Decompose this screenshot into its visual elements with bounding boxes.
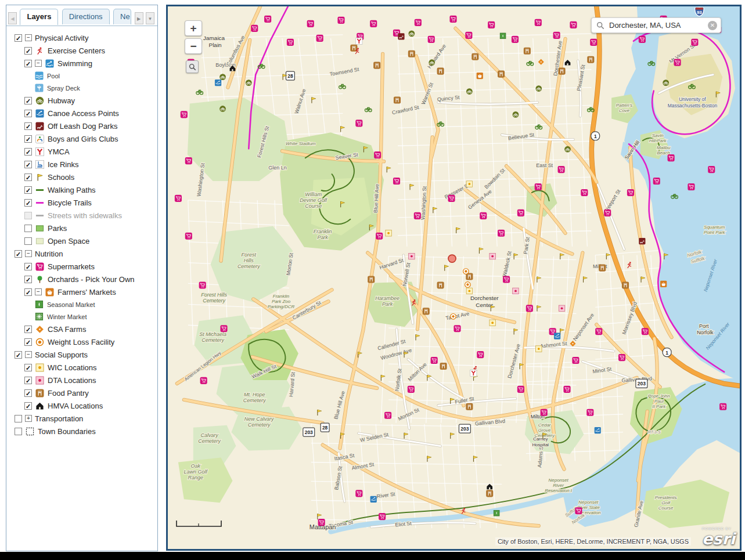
layer-item[interactable]: ✓−Physical Activity <box>6 31 157 44</box>
skate-icon <box>35 160 44 169</box>
layer-item[interactable]: ✓Schools <box>6 171 157 183</box>
layer-item[interactable]: Parks <box>6 222 157 234</box>
layer-checkbox[interactable] <box>24 237 32 245</box>
map-canvas[interactable]: JamaicaPlainBoylstonColumbus AveWashingt… <box>168 6 740 549</box>
layer-item[interactable]: Streets with sidewalks <box>6 209 157 222</box>
layer-item[interactable]: ✓Ice Rinks <box>6 158 157 171</box>
layer-checkbox[interactable]: ✓ <box>24 288 32 296</box>
layer-item[interactable]: Winter Market <box>6 310 157 323</box>
tab-nearby[interactable]: Ne <box>113 9 131 24</box>
layer-label: Supermarkets <box>48 262 95 271</box>
layer-checkbox[interactable]: ✓ <box>24 338 32 346</box>
layer-item[interactable]: ✓Bicycle Trails <box>6 196 157 209</box>
tab-scroll-right-icon[interactable]: ▶ <box>135 12 143 24</box>
svg-text:Cemetery: Cemetery <box>237 263 260 269</box>
layer-checkbox[interactable] <box>15 428 22 435</box>
layer-label: CSA Farms <box>48 325 86 334</box>
layer-checkbox[interactable]: ✓ <box>24 263 32 270</box>
svg-text:Park: Park <box>382 301 393 307</box>
layer-checkbox[interactable]: ✓ <box>24 47 32 55</box>
layer-checkbox[interactable]: ✓ <box>24 364 32 371</box>
layer-checkbox[interactable]: ✓ <box>24 326 32 333</box>
layer-item[interactable]: Open Space <box>6 234 157 247</box>
tab-layers[interactable]: Layers <box>20 9 58 25</box>
layer-item[interactable]: Pool <box>6 70 157 82</box>
layer-item[interactable]: ✓WIC Locations <box>6 361 157 374</box>
layer-label: Exercise Centers <box>48 46 105 55</box>
layer-label: Social Supports <box>35 351 88 359</box>
expander-icon[interactable]: − <box>25 351 32 358</box>
pantry-icon <box>35 388 44 398</box>
swimming-icon <box>45 59 54 68</box>
expander-icon[interactable]: + <box>25 415 32 422</box>
layer-checkbox[interactable]: ✓ <box>15 250 22 258</box>
layer-item[interactable]: +Transportation <box>6 412 157 425</box>
layer-checkbox[interactable]: ✓ <box>15 351 22 359</box>
search-clear-button[interactable]: ✕ <box>708 21 717 30</box>
layer-item[interactable]: ✓Walking Paths <box>6 183 157 196</box>
zoom-out-button[interactable]: − <box>185 38 202 54</box>
layer-label: Hubway <box>48 96 75 105</box>
magnifier-button[interactable] <box>186 60 199 73</box>
layer-item[interactable]: ✓HMVA Locations <box>6 399 157 412</box>
layer-item[interactable]: ✓Exercise Centers <box>6 44 157 57</box>
tab-scroll-left-icon[interactable]: ◀ <box>8 12 17 24</box>
layer-item[interactable]: ✓Off Leash Dog Parks <box>6 120 157 132</box>
layer-item[interactable]: ✓−Nutrition <box>6 247 157 260</box>
layer-item[interactable]: ✓−Swimming <box>6 57 157 70</box>
layer-item[interactable]: ✓YMCA <box>6 145 157 158</box>
layer-item[interactable]: ✓Canoe Access Points <box>6 107 157 120</box>
expander-icon[interactable]: − <box>35 60 42 67</box>
svg-text:Range: Range <box>188 475 203 480</box>
svg-text:Cemetery: Cemetery <box>198 438 221 444</box>
svg-text:Oak: Oak <box>191 463 201 469</box>
layer-item[interactable]: Seasonal Market <box>6 298 157 310</box>
svg-text:Park Zoo: Park Zoo <box>272 299 291 304</box>
layer-item[interactable]: ✓Weight Loss Facility <box>6 335 157 348</box>
tab-menu-icon[interactable]: ▼ <box>146 12 154 24</box>
zoom-in-button[interactable]: + <box>185 20 202 36</box>
layer-checkbox[interactable]: ✓ <box>24 122 32 130</box>
map-attribution: City of Boston, Esri, HERE, DeLorme, INC… <box>495 537 691 545</box>
expander-icon[interactable]: − <box>25 250 32 257</box>
layer-checkbox[interactable]: ✓ <box>24 135 32 143</box>
layer-item[interactable]: ✓Orchards - Pick Your Own <box>6 273 157 286</box>
svg-text:203: 203 <box>638 381 646 386</box>
layer-item[interactable]: Spray Deck <box>6 82 157 94</box>
layer-checkbox[interactable]: ✓ <box>24 110 32 117</box>
layer-checkbox[interactable]: ✓ <box>24 148 32 156</box>
search-input[interactable] <box>608 20 708 30</box>
layer-item[interactable]: Town Boundaries <box>6 425 157 438</box>
layer-checkbox[interactable] <box>24 225 32 232</box>
layer-checkbox[interactable]: ✓ <box>24 161 32 168</box>
layer-item[interactable]: ✓DTA Locations <box>6 374 157 386</box>
svg-text:Massachusetts-Boston: Massachusetts-Boston <box>668 103 718 109</box>
layer-item[interactable]: ✓CSA Farms <box>6 323 157 335</box>
svg-text:Franklin: Franklin <box>273 294 290 299</box>
layer-checkbox[interactable]: ✓ <box>24 174 32 181</box>
search-box[interactable]: ✕ <box>591 17 721 33</box>
layer-item[interactable]: ✓Boys and Girls Clubs <box>6 132 157 145</box>
layer-item[interactable]: ✓−Farmers' Markets <box>6 286 157 298</box>
layer-checkbox[interactable]: ✓ <box>15 34 22 42</box>
layer-item[interactable]: ✓Supermarkets <box>6 260 157 273</box>
layer-label: Pool <box>47 73 60 80</box>
layer-item[interactable]: ✓Hubway <box>6 94 157 107</box>
layer-checkbox[interactable]: ✓ <box>24 402 32 410</box>
expander-icon[interactable]: − <box>35 288 42 295</box>
tab-directions[interactable]: Directions <box>62 9 110 24</box>
layer-item[interactable]: ✓−Social Supports <box>6 348 157 361</box>
layer-checkbox[interactable]: ✓ <box>24 276 32 283</box>
layer-checkbox[interactable]: ✓ <box>24 60 32 67</box>
expander-icon[interactable]: − <box>25 34 32 41</box>
layer-checkbox[interactable] <box>24 212 32 219</box>
layer-checkbox[interactable]: ✓ <box>24 97 32 104</box>
layer-label: Parks <box>48 224 67 233</box>
layer-checkbox[interactable] <box>15 415 22 422</box>
layer-checkbox[interactable]: ✓ <box>24 377 32 384</box>
layer-item[interactable]: ✓Food Pantry <box>6 386 157 399</box>
svg-text:1: 1 <box>665 350 668 356</box>
layer-checkbox[interactable]: ✓ <box>24 186 32 194</box>
layer-checkbox[interactable]: ✓ <box>24 199 32 207</box>
layer-checkbox[interactable]: ✓ <box>24 389 32 397</box>
